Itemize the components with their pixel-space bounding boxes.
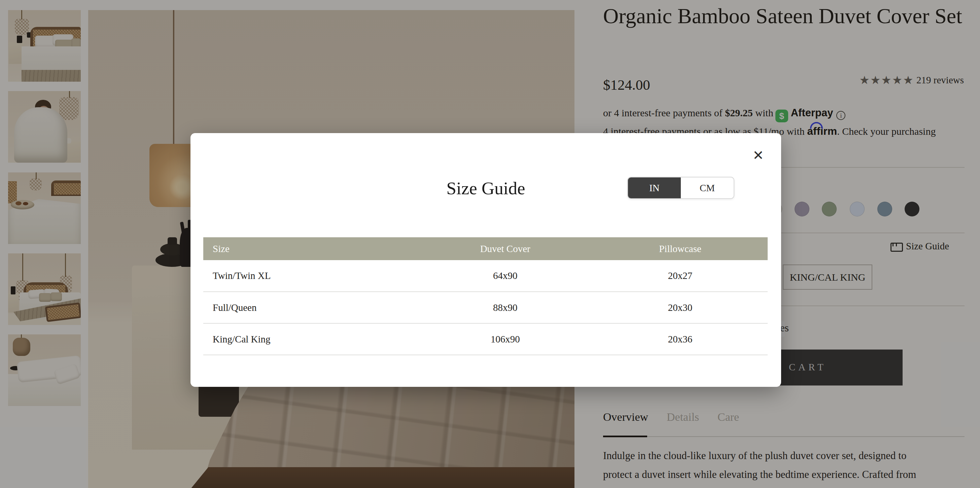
unit-in-button[interactable]: IN bbox=[628, 177, 681, 198]
header-size: Size bbox=[203, 237, 418, 260]
cell-pillow: 20x36 bbox=[593, 323, 768, 355]
unit-cm-button[interactable]: CM bbox=[681, 177, 733, 198]
cell-duvet: 88x90 bbox=[418, 292, 593, 323]
header-pillowcase: Pillowcase bbox=[593, 237, 768, 260]
cell-size: Full/Queen bbox=[203, 292, 418, 323]
size-guide-modal: ✕ Size Guide IN CM Size Duvet Cover Pill… bbox=[191, 133, 781, 387]
size-guide-table: Size Duvet Cover Pillowcase Twin/Twin XL… bbox=[203, 237, 768, 355]
product-page: Organic Bamboo Sateen Duvet Cover Set ★★… bbox=[0, 0, 980, 488]
cell-duvet: 106x90 bbox=[418, 323, 593, 355]
unit-toggle: IN CM bbox=[627, 177, 734, 199]
close-icon[interactable]: ✕ bbox=[751, 148, 765, 163]
table-row: Twin/Twin XL 64x90 20x27 bbox=[203, 260, 768, 292]
cell-size: Twin/Twin XL bbox=[203, 260, 418, 292]
table-row: King/Cal King 106x90 20x36 bbox=[203, 323, 768, 355]
header-duvet-cover: Duvet Cover bbox=[418, 237, 593, 260]
table-header-row: Size Duvet Cover Pillowcase bbox=[203, 237, 768, 260]
cell-duvet: 64x90 bbox=[418, 260, 593, 292]
table-row: Full/Queen 88x90 20x30 bbox=[203, 292, 768, 323]
cell-pillow: 20x27 bbox=[593, 260, 768, 292]
cell-size: King/Cal King bbox=[203, 323, 418, 355]
cell-pillow: 20x30 bbox=[593, 292, 768, 323]
